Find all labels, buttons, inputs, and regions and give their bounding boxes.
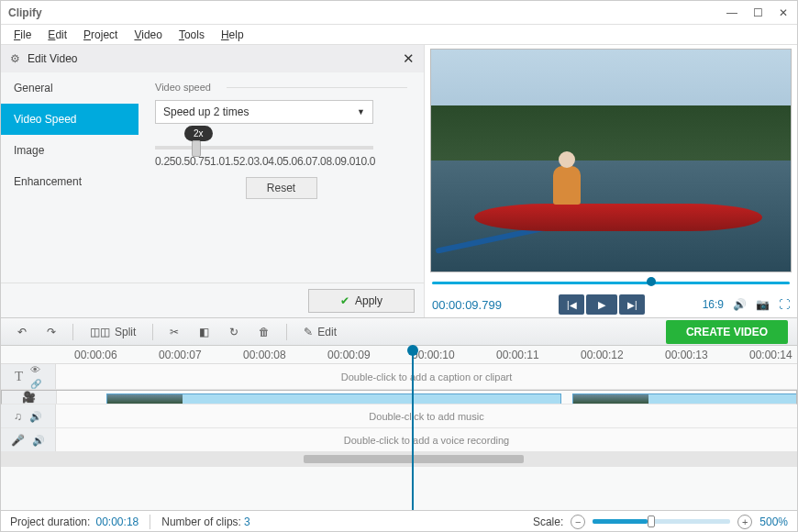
duration-value: 00:00:18: [96, 515, 139, 528]
crop-button[interactable]: ◧: [192, 323, 216, 341]
slider-ticks: 0.250.50.751.01.52.03.04.05.06.07.08.09.…: [155, 155, 373, 168]
menu-tools[interactable]: Tools: [179, 28, 205, 41]
scale-value: 500%: [759, 515, 788, 528]
title-bar: Clipify — ☐ ✕: [1, 1, 797, 25]
undo-button[interactable]: ↶: [10, 323, 34, 341]
close-button[interactable]: ✕: [777, 6, 790, 19]
zoom-in-button[interactable]: +: [737, 515, 752, 529]
speaker-icon[interactable]: [32, 434, 45, 447]
cut-button[interactable]: ✂: [162, 323, 186, 341]
slider-handle[interactable]: [192, 140, 201, 157]
scale-label: Scale:: [533, 515, 563, 528]
minimize-button[interactable]: —: [726, 6, 738, 19]
caption-track[interactable]: T Double-click to add a caption or clipa…: [1, 364, 797, 390]
duration-label: Project duration:: [10, 515, 90, 528]
next-frame-button[interactable]: ▶|: [619, 294, 645, 315]
music-icon: ♫: [14, 410, 22, 423]
eye-icon[interactable]: [30, 363, 41, 376]
zoom-out-button[interactable]: −: [571, 515, 585, 529]
playhead[interactable]: [412, 346, 414, 510]
panel-close-icon[interactable]: ✕: [403, 50, 415, 67]
edit-button[interactable]: ✎Edit: [296, 323, 344, 341]
redo-button[interactable]: ↷: [39, 323, 63, 341]
video-clip-2[interactable]: woman-rows-sports-kayak-with-child-: [572, 393, 797, 405]
video-preview[interactable]: [430, 49, 792, 272]
mic-icon: 🎤: [11, 434, 25, 447]
clips-value: 3: [244, 515, 250, 528]
menu-bar: File Edit Project Video Tools Help: [1, 25, 797, 45]
tab-image[interactable]: Image: [1, 135, 139, 166]
video-clip-1[interactable]: woman-rows-sports-kayak-with-child-along…: [106, 393, 561, 405]
gear-icon: ⚙: [10, 52, 20, 65]
link-icon[interactable]: [30, 377, 41, 390]
split-button[interactable]: ◫◫Split: [83, 323, 143, 341]
rotate-button[interactable]: ↻: [222, 323, 246, 341]
panel-title: Edit Video: [28, 52, 78, 65]
menu-project[interactable]: Project: [83, 28, 117, 41]
zoom-slider[interactable]: [593, 519, 730, 524]
volume-icon[interactable]: 🔊: [733, 298, 747, 311]
app-logo: Clipify: [8, 6, 42, 19]
timecode: 00:00:09.799: [432, 298, 502, 312]
maximize-button[interactable]: ☐: [751, 6, 764, 19]
fullscreen-icon[interactable]: ⛶: [779, 298, 790, 311]
panel-tabs: General Video Speed Image Enhancement: [1, 72, 139, 283]
tab-general[interactable]: General: [1, 72, 139, 104]
menu-help[interactable]: Help: [221, 28, 244, 41]
text-icon: T: [15, 369, 23, 384]
seek-bar[interactable]: [432, 275, 790, 292]
apply-button[interactable]: Apply: [308, 289, 415, 313]
timeline: 00:00:06 00:00:07 00:00:08 00:00:09 00:0…: [1, 346, 797, 510]
reset-button[interactable]: Reset: [246, 177, 317, 199]
status-bar: Project duration: 00:00:18 Number of cli…: [1, 510, 797, 532]
edit-video-panel: ⚙ Edit Video ✕ General Video Speed Image…: [1, 45, 425, 317]
snapshot-icon[interactable]: 📷: [756, 298, 770, 311]
video-track[interactable]: 🎥 woman-rows-sports-kayak-with-child-alo…: [1, 390, 797, 405]
seek-handle[interactable]: [647, 277, 656, 286]
aspect-ratio-button[interactable]: 16:9: [703, 298, 724, 311]
panel-content: Video speed Speed up 2 times 2x 0.250.50…: [139, 72, 424, 283]
speed-badge: 2x: [184, 126, 213, 141]
speed-dropdown[interactable]: Speed up 2 times: [155, 100, 373, 124]
speaker-icon[interactable]: [29, 410, 42, 423]
menu-file[interactable]: File: [14, 28, 31, 41]
menu-video[interactable]: Video: [134, 28, 161, 41]
timeline-ruler[interactable]: 00:00:06 00:00:07 00:00:08 00:00:09 00:0…: [1, 346, 797, 364]
main-toolbar: ↶ ↷ ◫◫Split ✂ ◧ ↻ 🗑 ✎Edit CREATE VIDEO: [1, 317, 797, 346]
play-button[interactable]: ▶: [586, 294, 617, 315]
tab-enhancement[interactable]: Enhancement: [1, 166, 139, 197]
panel-header: ⚙ Edit Video ✕: [1, 45, 424, 72]
prev-frame-button[interactable]: |◀: [559, 294, 584, 315]
menu-edit[interactable]: Edit: [48, 28, 67, 41]
camera-icon: 🎥: [22, 391, 36, 404]
music-track[interactable]: ♫ Double-click to add music: [1, 405, 797, 428]
speed-slider[interactable]: 2x 0.250.50.751.01.52.03.04.05.06.07.08.…: [155, 146, 373, 168]
clips-label: Number of clips:: [161, 515, 241, 528]
tab-video-speed[interactable]: Video Speed: [1, 104, 139, 135]
voice-track[interactable]: 🎤 Double-click to add a voice recording: [1, 428, 797, 452]
preview-controls: 00:00:09.799 |◀ ▶ ▶| 16:9 🔊 📷 ⛶: [430, 292, 792, 317]
delete-button[interactable]: 🗑: [251, 323, 277, 341]
create-video-button[interactable]: CREATE VIDEO: [666, 320, 788, 344]
preview-pane: 00:00:09.799 |◀ ▶ ▶| 16:9 🔊 📷 ⛶: [425, 45, 797, 317]
timeline-scrollbar[interactable]: [1, 452, 797, 467]
